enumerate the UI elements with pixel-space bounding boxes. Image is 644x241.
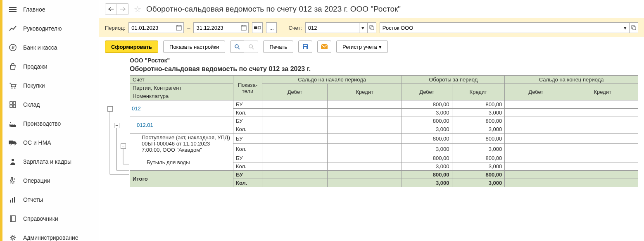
sidebar-item-main[interactable]: Главное <box>2 0 99 19</box>
sidebar-item-label: Продажи <box>23 63 47 70</box>
print-button[interactable]: Печать <box>263 41 293 53</box>
org-dropdown[interactable]: ▾ <box>621 22 629 33</box>
sidebar-item-operations[interactable]: ДтКтОперации <box>2 171 99 190</box>
svg-rect-21 <box>176 26 181 30</box>
svg-point-13 <box>14 143 16 145</box>
sidebar-item-label: Банк и касса <box>23 44 57 51</box>
date-from-picker[interactable] <box>174 22 184 33</box>
svg-rect-10 <box>13 105 16 107</box>
sidebar-item-reports[interactable]: Отчеты <box>2 190 99 209</box>
save-button[interactable] <box>298 41 312 53</box>
title-bar: ☆ Оборотно-сальдовая ведомость по счету … <box>99 0 644 18</box>
search-next-button[interactable] <box>244 41 258 53</box>
svg-text:₽: ₽ <box>12 45 14 50</box>
forward-button[interactable] <box>117 4 128 14</box>
svg-line-36 <box>238 48 240 49</box>
svg-point-14 <box>12 159 14 161</box>
svg-point-6 <box>14 88 16 89</box>
svg-rect-15 <box>10 200 11 203</box>
table-row[interactable]: Бутыль для воды БУ 800,00800,00 <box>130 154 638 162</box>
svg-rect-39 <box>304 45 307 46</box>
sidebar-item-label: Покупки <box>23 82 45 89</box>
svg-rect-8 <box>13 102 16 104</box>
sidebar-item-label: ОС и НМА <box>23 139 51 146</box>
account-dropdown[interactable]: ▾ <box>359 22 367 33</box>
sidebar-item-purchases[interactable]: Покупки <box>2 76 99 95</box>
svg-point-35 <box>235 45 238 48</box>
account-open[interactable] <box>367 22 376 33</box>
sidebar-item-warehouse[interactable]: Склад <box>2 95 99 114</box>
search-button[interactable] <box>230 41 244 53</box>
svg-point-20 <box>12 236 14 239</box>
svg-rect-32 <box>371 27 374 30</box>
report-area[interactable]: ООО "Росток" Оборотно-сальдовая ведомост… <box>99 56 644 241</box>
svg-rect-16 <box>12 198 13 203</box>
sidebar-item-assets[interactable]: ОС и НМА <box>2 133 99 152</box>
factory-icon <box>8 119 17 128</box>
sidebar-item-label: Администрирование <box>23 234 78 241</box>
org-input[interactable] <box>380 22 621 33</box>
table-row[interactable]: 012 БУ 800,00800,00 <box>130 100 638 109</box>
sidebar-item-label: Руководителю <box>23 25 62 32</box>
date-to-picker[interactable] <box>239 22 249 33</box>
filter-bar: Период: – ... Счет: ▾ ▾ <box>99 18 644 37</box>
date-from-input[interactable] <box>128 22 174 33</box>
sidebar: Главное Руководителю ₽Банк и касса Прода… <box>0 0 99 241</box>
sidebar-item-hr[interactable]: Зарплата и кадры <box>2 152 99 171</box>
col-credit: Кредит <box>452 84 505 100</box>
sidebar-item-catalogs[interactable]: Справочники <box>2 209 99 228</box>
sidebar-item-bank[interactable]: ₽Банк и касса <box>2 38 99 57</box>
table-row[interactable]: 012.01 БУ 800,00800,00 <box>130 117 638 125</box>
account-label: Счет: <box>288 25 302 31</box>
col-debit: Дебет <box>505 84 567 100</box>
svg-point-5 <box>12 88 13 89</box>
sidebar-item-label: Отчеты <box>23 196 43 203</box>
sidebar-item-label: Операции <box>23 177 50 184</box>
tree-column: − − − <box>105 75 130 187</box>
main-area: ☆ Оборотно-сальдовая ведомость по счету … <box>99 0 644 241</box>
favorite-icon[interactable]: ☆ <box>134 4 141 14</box>
sidebar-item-admin[interactable]: Администрирование <box>2 228 99 241</box>
account-input[interactable] <box>305 22 359 33</box>
col-indicators: Показа- тели <box>233 76 262 100</box>
org-open[interactable] <box>629 22 638 33</box>
sidebar-item-sales[interactable]: Продажи <box>2 57 99 76</box>
email-button[interactable] <box>317 41 331 53</box>
svg-rect-25 <box>241 26 246 30</box>
col-credit: Кредит <box>328 84 402 100</box>
table-row[interactable]: Поступление (акт, накладная, УПД) 00БП-0… <box>130 134 638 144</box>
col-turnover: Обороты за период <box>402 76 505 84</box>
sidebar-item-label: Главное <box>23 6 45 13</box>
table-row-total: Итого БУ 800,00800,00 <box>130 171 638 179</box>
col-nomenclature: Номенклатура <box>130 92 233 100</box>
svg-rect-29 <box>254 26 257 29</box>
truck-icon <box>8 138 17 147</box>
date-dash: – <box>187 25 190 31</box>
gear-icon <box>8 233 17 241</box>
col-parties: Партии, Контрагент <box>130 84 233 92</box>
person-icon <box>8 157 17 166</box>
book-icon <box>8 214 17 223</box>
trend-icon <box>8 24 17 33</box>
svg-rect-18 <box>10 216 15 222</box>
col-credit: Кредит <box>567 84 638 100</box>
sidebar-item-manager[interactable]: Руководителю <box>2 19 99 38</box>
svg-point-37 <box>249 45 252 48</box>
sidebar-item-production[interactable]: Производство <box>2 114 99 133</box>
svg-rect-9 <box>10 105 12 107</box>
date-to-input[interactable] <box>193 22 239 33</box>
register-button[interactable]: Регистр учета ▾ <box>336 41 388 53</box>
debit-credit-icon: ДтКт <box>8 176 17 185</box>
col-debit: Дебет <box>402 84 452 100</box>
bag-icon <box>8 62 17 71</box>
svg-rect-7 <box>10 102 12 104</box>
show-settings-button[interactable]: Показать настройки <box>163 41 225 53</box>
chart-icon <box>8 195 17 204</box>
period-preset-button[interactable] <box>252 22 263 33</box>
col-account: Счет <box>130 76 233 84</box>
report-company: ООО "Росток" <box>130 56 638 64</box>
period-more-button[interactable]: ... <box>266 22 277 33</box>
period-label: Период: <box>105 25 125 31</box>
back-button[interactable] <box>105 4 117 14</box>
generate-button[interactable]: Сформировать <box>105 41 158 53</box>
